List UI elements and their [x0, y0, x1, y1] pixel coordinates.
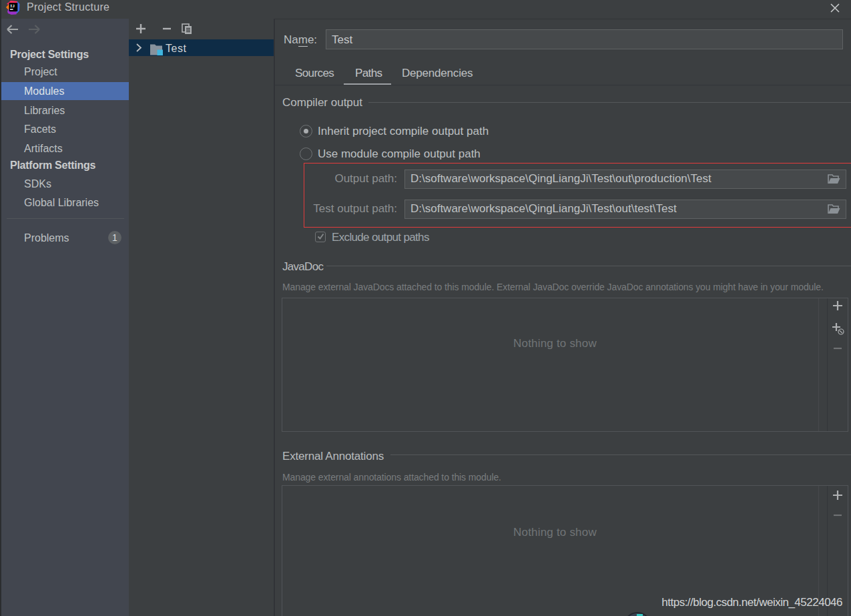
- svg-text:IJ: IJ: [10, 4, 15, 9]
